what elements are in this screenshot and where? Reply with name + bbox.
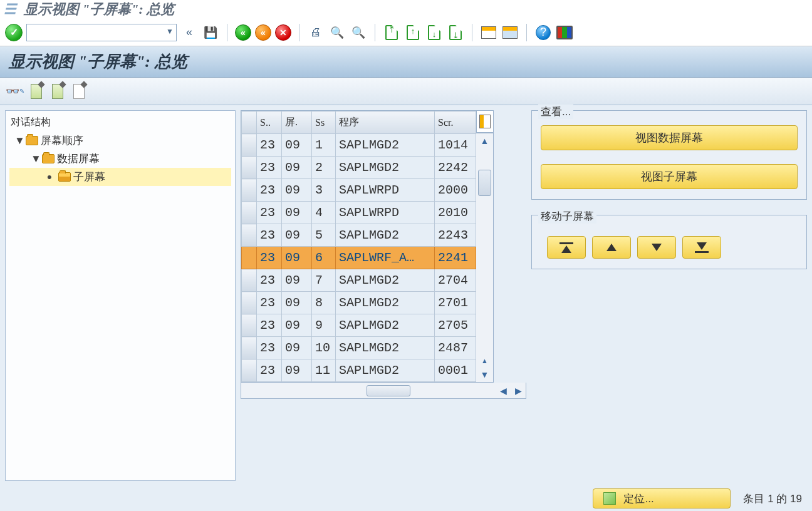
cell-s[interactable]: 23: [257, 269, 282, 292]
cell-scr[interactable]: 2701: [435, 292, 476, 314]
scroll-up-icon[interactable]: ▲: [481, 133, 489, 148]
horizontal-scrollbar[interactable]: ◀ ▶: [241, 383, 526, 399]
cell-ss[interactable]: 5: [312, 224, 336, 247]
row-selector[interactable]: [242, 157, 257, 179]
cell-prog[interactable]: SAPLMGD2: [336, 337, 435, 359]
row-selector[interactable]: [242, 202, 257, 224]
row-selector[interactable]: [242, 179, 257, 202]
view-subscreen-button[interactable]: 视图子屏幕: [541, 164, 798, 189]
cell-s[interactable]: 23: [257, 224, 282, 247]
cell-scr[interactable]: 2242: [435, 157, 476, 179]
col-header[interactable]: S..: [257, 111, 282, 134]
last-page-button[interactable]: ⤓: [447, 24, 464, 41]
deselect-icon[interactable]: [71, 83, 86, 100]
view-data-screen-button[interactable]: 视图数据屏幕: [541, 125, 798, 150]
cell-p[interactable]: 09: [282, 269, 312, 292]
position-button[interactable]: 定位...: [593, 488, 731, 508]
ok-check-button[interactable]: ✓: [5, 24, 23, 41]
table-config-button[interactable]: [476, 110, 494, 133]
cell-ss[interactable]: 2: [312, 157, 336, 179]
hscroll-thumb[interactable]: [367, 385, 410, 396]
table-row[interactable]: 23091SAPLMGD21014: [242, 134, 476, 157]
print-icon[interactable]: 🖨: [307, 24, 325, 41]
expand-icon[interactable]: ▼: [31, 153, 39, 165]
find-next-icon[interactable]: 🔍: [350, 24, 367, 41]
col-header[interactable]: 程序: [336, 111, 435, 134]
row-selector[interactable]: [242, 247, 257, 269]
table-row[interactable]: 23093SAPLWRPD2000: [242, 179, 476, 202]
save-icon[interactable]: 💾: [202, 24, 219, 41]
cell-p[interactable]: 09: [282, 134, 312, 157]
row-selector[interactable]: [242, 134, 257, 157]
cell-p[interactable]: 09: [282, 292, 312, 314]
cell-prog[interactable]: SAPLMGD2: [336, 134, 435, 157]
cell-p[interactable]: 09: [282, 359, 312, 382]
cell-p[interactable]: 09: [282, 224, 312, 247]
scroll-small-up-icon[interactable]: ▲: [481, 354, 488, 367]
col-header[interactable]: Ss: [312, 111, 336, 134]
row-selector[interactable]: [242, 314, 257, 337]
cell-s[interactable]: 23: [257, 202, 282, 224]
cell-s[interactable]: 23: [257, 247, 282, 269]
cell-prog[interactable]: SAPLMGD2: [336, 292, 435, 314]
cell-scr[interactable]: 2010: [435, 202, 476, 224]
cell-ss[interactable]: 7: [312, 269, 336, 292]
cell-prog[interactable]: SAPLMGD2: [336, 224, 435, 247]
command-field[interactable]: ▼: [26, 24, 177, 41]
cell-s[interactable]: 23: [257, 157, 282, 179]
cell-prog[interactable]: SAPLMGD2: [336, 269, 435, 292]
cell-ss[interactable]: 10: [312, 337, 336, 359]
cell-scr[interactable]: 1014: [435, 134, 476, 157]
command-input[interactable]: [27, 24, 176, 41]
cell-ss[interactable]: 11: [312, 359, 336, 382]
table-row[interactable]: 230910SAPLMGD22487: [242, 337, 476, 359]
collapse-icon[interactable]: «: [180, 24, 198, 41]
table-row[interactable]: 23097SAPLMGD22704: [242, 269, 476, 292]
cell-ss[interactable]: 8: [312, 292, 336, 314]
cell-p[interactable]: 09: [282, 314, 312, 337]
cell-ss[interactable]: 1: [312, 134, 336, 157]
cell-p[interactable]: 09: [282, 179, 312, 202]
cell-scr[interactable]: 2243: [435, 224, 476, 247]
table-row[interactable]: 23096SAPLWRF_A…2241: [242, 247, 476, 269]
cell-s[interactable]: 23: [257, 337, 282, 359]
vertical-scrollbar[interactable]: ▲ ▲ ▼: [476, 133, 494, 383]
row-selector[interactable]: [242, 359, 257, 382]
cell-p[interactable]: 09: [282, 247, 312, 269]
customize-layout-icon[interactable]: [556, 24, 573, 41]
layout-shortcut-icon[interactable]: [501, 24, 519, 41]
table-row[interactable]: 23099SAPLMGD22705: [242, 314, 476, 337]
cell-scr[interactable]: 2241: [435, 247, 476, 269]
cell-ss[interactable]: 3: [312, 179, 336, 202]
table-row[interactable]: 230911SAPLMGD20001: [242, 359, 476, 382]
expand-icon[interactable]: ▼: [14, 135, 23, 147]
help-icon[interactable]: ?: [534, 24, 552, 41]
back-button[interactable]: «: [235, 24, 251, 41]
first-page-button[interactable]: ⤒: [383, 24, 400, 41]
tree-item-数据屏幕[interactable]: ▼数据屏幕: [9, 150, 231, 168]
hscroll-left-icon[interactable]: ◀: [496, 386, 511, 396]
layout-new-session-icon[interactable]: [480, 24, 497, 41]
cell-scr[interactable]: 2704: [435, 269, 476, 292]
display-change-icon[interactable]: 👓✎: [8, 83, 23, 100]
hscroll-right-icon[interactable]: ▶: [511, 386, 526, 396]
select-icon[interactable]: [29, 83, 44, 100]
move-up-button[interactable]: [592, 236, 631, 259]
tree-item-屏幕顺序[interactable]: ▼屏幕顺序: [9, 132, 231, 150]
cell-scr[interactable]: 2000: [435, 179, 476, 202]
cell-prog[interactable]: SAPLWRF_A…: [336, 247, 435, 269]
cell-prog[interactable]: SAPLWRPD: [336, 202, 435, 224]
dropdown-icon[interactable]: ▼: [166, 27, 174, 36]
row-selector[interactable]: [242, 224, 257, 247]
col-header[interactable]: Scr.: [435, 111, 476, 134]
cell-s[interactable]: 23: [257, 134, 282, 157]
cell-scr[interactable]: 0001: [435, 359, 476, 382]
data-grid[interactable]: S..屏.Ss程序Scr.23091SAPLMGD2101423092SAPLM…: [241, 110, 476, 383]
row-selector[interactable]: [242, 337, 257, 359]
tree-item-子屏幕[interactable]: •子屏幕: [9, 168, 231, 186]
cell-ss[interactable]: 9: [312, 314, 336, 337]
cell-scr[interactable]: 2487: [435, 337, 476, 359]
exit-button[interactable]: «: [255, 24, 271, 41]
cell-prog[interactable]: SAPLWRPD: [336, 179, 435, 202]
cancel-button[interactable]: ✕: [275, 24, 291, 41]
